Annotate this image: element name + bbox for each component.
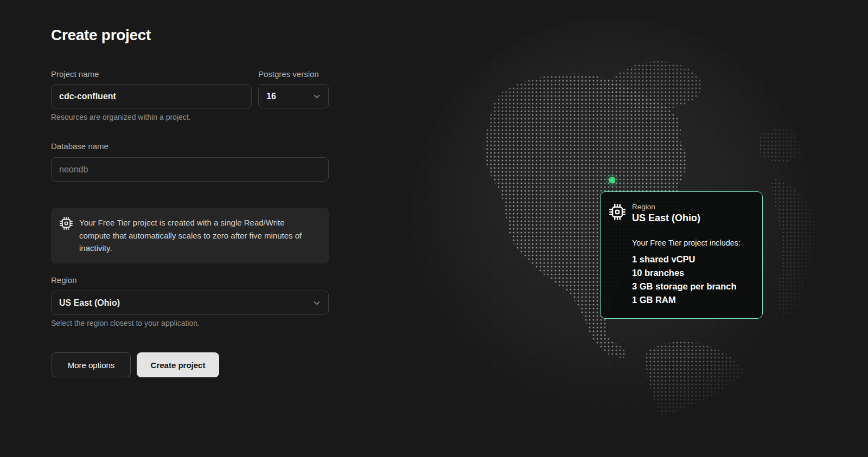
region-label: Region: [51, 275, 77, 285]
free-tier-includes-title: Your Free Tier project includes:: [632, 239, 751, 247]
chevron-down-icon: [313, 299, 321, 307]
region-tooltip-label: Region: [632, 203, 700, 211]
project-name-helper: Resources are organized within a project…: [51, 113, 191, 121]
free-tier-note: Your Free Tier project is created with a…: [79, 216, 318, 255]
database-name-input[interactable]: [51, 157, 329, 182]
project-name-input[interactable]: [51, 84, 252, 108]
region-select[interactable]: US East (Ohio): [51, 291, 329, 315]
create-project-page: Region US East (Ohio) Your Free Tier pro…: [0, 0, 868, 457]
project-name-label: Project name: [51, 69, 99, 79]
list-item: 10 branches: [632, 266, 751, 280]
more-options-button[interactable]: More options: [52, 352, 131, 377]
list-item: 3 GB storage per branch: [632, 280, 751, 293]
list-item: 1 GB RAM: [632, 293, 751, 307]
postgres-version-value: 16: [266, 92, 276, 101]
region-tooltip-header: Region US East (Ohio): [609, 203, 751, 224]
free-tier-includes-list: 1 shared vCPU 10 branches 3 GB storage p…: [632, 253, 751, 307]
region-marker-dot: [609, 177, 615, 183]
free-tier-infobox: Your Free Tier project is created with a…: [51, 208, 329, 263]
region-helper: Select the region closest to your applic…: [51, 319, 200, 327]
region-tooltip-card: Region US East (Ohio) Your Free Tier pro…: [600, 191, 763, 319]
cpu-chip-icon: [60, 217, 73, 230]
region-tooltip-value: US East (Ohio): [632, 213, 700, 224]
postgres-version-select[interactable]: 16: [258, 84, 329, 108]
cpu-chip-icon: [609, 204, 626, 220]
create-project-form: Create project Project name Postgres ver…: [51, 0, 329, 457]
postgres-version-label: Postgres version: [258, 69, 319, 79]
region-value: US East (Ohio): [59, 298, 120, 308]
region-marker-glow: [606, 174, 619, 187]
page-title: Create project: [51, 27, 151, 44]
list-item: 1 shared vCPU: [632, 253, 751, 266]
create-project-button[interactable]: Create project: [137, 352, 219, 377]
chevron-down-icon: [313, 93, 321, 100]
database-name-label: Database name: [51, 141, 108, 151]
